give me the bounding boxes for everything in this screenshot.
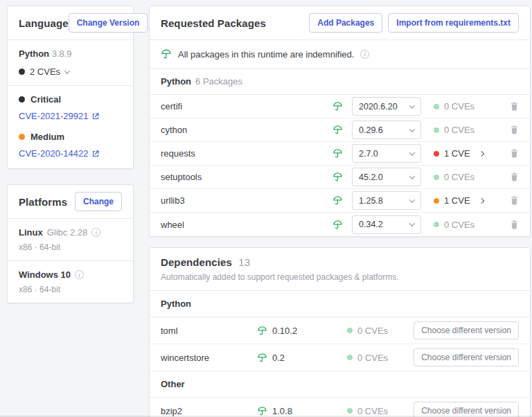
choose-version-button[interactable]: Choose different version (414, 321, 519, 339)
sidebar: Language Change Version Python 3.8.9 2 C… (7, 6, 134, 303)
choose-version-button[interactable]: Choose different version (414, 348, 519, 366)
cve-link[interactable]: CVE-2020-14422 (19, 148, 122, 159)
cve-status: 0 CVEs (434, 220, 510, 230)
version-value: 2020.6.20 (359, 102, 398, 112)
cve-text: 1 CVE (444, 195, 470, 206)
requested-packages-header: Requested Packages Add Packages Import f… (150, 6, 530, 40)
umbrella-icon (161, 48, 172, 60)
version-select[interactable]: 0.29.6 (352, 121, 421, 139)
version-select[interactable]: 2.7.0 (352, 144, 421, 163)
dependency-row: toml 0.10.2 0 CVEs Choose different vers… (150, 317, 530, 344)
add-packages-button[interactable]: Add Packages (309, 13, 382, 33)
cve-text: 1 CVE (444, 148, 470, 159)
delete-package-button[interactable] (510, 172, 519, 182)
change-version-button[interactable]: Change Version (69, 13, 148, 33)
requested-packages-title: Requested Packages (161, 17, 266, 29)
delete-package-button[interactable] (510, 101, 519, 112)
package-name: certifi (161, 101, 332, 112)
cve-link[interactable]: CVE-2021-29921 (19, 111, 122, 121)
import-requirements-button[interactable]: Import from requirements.txt (388, 13, 519, 33)
delete-package-button[interactable] (510, 148, 519, 159)
chevron-right-icon (478, 150, 484, 156)
group-rows: toml 0.10.2 0 CVEs Choose different vers… (150, 317, 530, 371)
cve-status: 0 CVEs (434, 172, 510, 182)
delete-package-button[interactable] (510, 195, 519, 206)
choose-version-button[interactable]: Choose different version (414, 402, 519, 417)
cve-text: 0 CVEs (357, 353, 388, 363)
umbrella-icon (332, 172, 352, 182)
delete-package-button[interactable] (510, 125, 519, 135)
package-name: urllib3 (161, 195, 332, 206)
language-version: 3.8.9 (52, 48, 72, 59)
dependencies-count: 13 (238, 256, 250, 268)
version-value: 0.2 (272, 353, 285, 363)
package-row: cython 0.29.6 0 CVEs (150, 118, 530, 142)
cve-severity: Critical (19, 94, 122, 105)
version-select[interactable]: 0.34.2 (352, 215, 421, 234)
version-select[interactable]: 45.2.0 (352, 168, 421, 186)
requested-rows: certifi 2020.6.20 0 CVEs cython 0.29.6 0… (150, 95, 530, 236)
dependency-row: wincertstore 0.2 0 CVEs Choose different… (150, 344, 530, 371)
platform-detail: Glibc 2.28 (47, 227, 88, 238)
change-platforms-button[interactable]: Change (75, 192, 122, 211)
external-link-icon (91, 112, 100, 121)
language-panel: Language Change Version Python 3.8.9 2 C… (7, 6, 134, 169)
info-icon[interactable]: i (360, 50, 369, 59)
umbrella-icon (257, 406, 267, 416)
dependency-name: toml (161, 326, 257, 336)
group-label: Python (161, 299, 191, 309)
dependencies-subtitle: Automatically added to support requested… (161, 272, 519, 282)
dependency-version: 0.10.2 (257, 326, 347, 336)
platform-item-windows: Windows 10 i x86 · 64-bit (8, 260, 133, 303)
package-row: urllib3 1.25.8 1 CVE (150, 189, 530, 213)
umbrella-icon (332, 148, 352, 159)
cve-id: CVE-2020-14422 (19, 148, 88, 159)
group-count: 6 Packages (195, 76, 242, 87)
language-name: Python (19, 48, 49, 59)
umbrella-icon (257, 326, 267, 336)
cve-id: CVE-2021-29921 (19, 111, 88, 121)
cve-status: 0 CVEs (347, 353, 414, 363)
version-select[interactable]: 2020.6.20 (352, 97, 421, 116)
package-row: certifi 2020.6.20 0 CVEs (150, 95, 530, 118)
main-content: Requested Packages Add Packages Import f… (149, 6, 531, 417)
platform-arch: x86 · 64-bit (19, 242, 122, 252)
dependency-groups: Python toml 0.10.2 0 CVEs Choose differe… (150, 291, 530, 417)
dependency-name: wincertstore (161, 353, 257, 363)
cve-text: 0 CVEs (444, 125, 475, 135)
version-value: 1.25.8 (359, 196, 383, 206)
language-panel-header: Language Change Version (8, 6, 133, 40)
dependency-name: bzip2 (161, 406, 257, 416)
umbrella-icon (332, 220, 352, 230)
severity-label: Medium (30, 132, 64, 142)
chevron-down-icon (409, 103, 415, 108)
cve-dot (434, 175, 439, 180)
package-name: wheel (161, 220, 332, 230)
cve-status: 0 CVEs (434, 125, 510, 135)
cve-dot (434, 222, 439, 227)
cve-status[interactable]: 1 CVE (434, 195, 510, 206)
dependency-group: Other bzip2 1.0.8 0 CVEs Choose differen… (150, 371, 530, 417)
group-label: Other (161, 379, 185, 389)
cve-dot (347, 328, 353, 333)
umbrella-icon (332, 125, 352, 135)
chevron-down-icon (409, 126, 415, 132)
group-rows: bzip2 1.0.8 0 CVEs Choose different vers… (150, 398, 530, 417)
package-row: wheel 0.34.2 0 CVEs (150, 213, 530, 236)
umbrella-icon (332, 101, 352, 112)
info-icon[interactable]: i (91, 228, 100, 237)
package-name: requests (161, 148, 332, 159)
group-label: Python (161, 76, 191, 87)
requested-group-subheader: Python 6 Packages (150, 69, 530, 95)
package-name: setuptools (161, 172, 332, 182)
cve-status[interactable]: 1 CVE (434, 148, 510, 159)
version-select[interactable]: 1.25.8 (352, 191, 421, 210)
chevron-down-icon (409, 173, 415, 179)
info-icon[interactable]: i (75, 270, 84, 279)
language-cve-summary[interactable]: 2 CVEs (19, 66, 122, 77)
delete-package-button[interactable] (510, 220, 519, 230)
dependencies-header: Dependencies 13 Automatically added to s… (150, 248, 530, 291)
cve-text: 0 CVEs (444, 220, 475, 230)
package-row: setuptools 45.2.0 0 CVEs (150, 166, 530, 189)
external-link-icon (91, 150, 100, 158)
